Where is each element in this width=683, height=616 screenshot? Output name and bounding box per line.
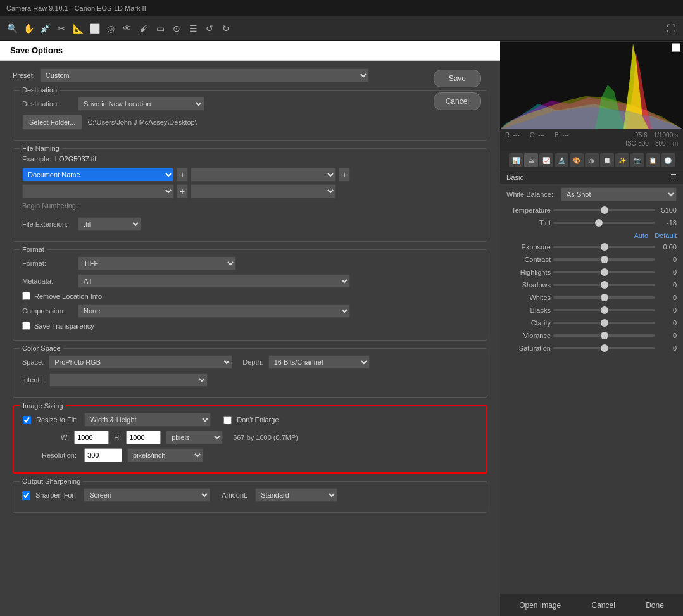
- clarity-slider-row: Clarity 0: [506, 319, 677, 327]
- metadata-select[interactable]: All: [78, 274, 350, 288]
- naming-dropdown-1[interactable]: Document Name: [22, 168, 174, 182]
- clarity-track[interactable]: [553, 322, 655, 324]
- exposure-track[interactable]: [553, 246, 655, 248]
- sharpen-for-select[interactable]: Screen: [84, 488, 210, 502]
- eyedropper-icon[interactable]: 💉: [38, 22, 52, 35]
- cancel-button[interactable]: Cancel: [434, 92, 481, 110]
- save-button[interactable]: Save: [434, 70, 481, 87]
- presets-tab[interactable]: 📋: [646, 153, 660, 167]
- dont-enlarge-checkbox[interactable]: [223, 416, 232, 424]
- right-panel: R: --- G: --- B: --- f/5.6 1/1000 s ISO …: [500, 41, 683, 616]
- right-panel-cancel-button[interactable]: Cancel: [585, 598, 621, 612]
- hand-icon[interactable]: ✋: [22, 22, 35, 35]
- redeye-icon[interactable]: 👁: [120, 22, 134, 35]
- done-button[interactable]: Done: [639, 598, 670, 612]
- naming-dropdown-4[interactable]: [191, 184, 336, 198]
- histogram-clipping-indicator[interactable]: [672, 43, 680, 52]
- temperature-track[interactable]: [553, 209, 655, 211]
- contrast-thumb[interactable]: [601, 256, 608, 263]
- whites-thumb[interactable]: [601, 294, 608, 301]
- metadata-label: Metadata:: [22, 277, 73, 285]
- exposure-thumb[interactable]: [601, 243, 608, 251]
- lens-correction-tab[interactable]: 🔲: [600, 153, 614, 167]
- whites-track[interactable]: [553, 296, 655, 299]
- resize-to-fit-checkbox[interactable]: [23, 416, 31, 424]
- blacks-track[interactable]: [553, 309, 655, 311]
- depth-select[interactable]: 16 Bits/Channel: [268, 355, 370, 369]
- shadows-thumb[interactable]: [601, 281, 608, 289]
- highlights-slider-row: Highlights 0: [506, 268, 677, 276]
- naming-dropdown-3[interactable]: [22, 184, 174, 198]
- plus-btn-1[interactable]: +: [177, 168, 188, 182]
- full-screen-icon[interactable]: ⛶: [664, 22, 678, 35]
- highlights-thumb[interactable]: [601, 268, 608, 276]
- redo-icon[interactable]: ↻: [219, 22, 233, 35]
- destination-select[interactable]: Save in New Location: [78, 97, 204, 111]
- tint-value: -13: [658, 219, 677, 227]
- height-input[interactable]: [126, 431, 161, 444]
- shadows-track[interactable]: [553, 284, 655, 286]
- effects-tab[interactable]: ✨: [615, 153, 629, 167]
- naming-dropdown-2[interactable]: [191, 168, 336, 182]
- plus-btn-2[interactable]: +: [339, 168, 350, 182]
- folder-path: C:\Users\John J McAssey\Desktop\: [87, 118, 196, 126]
- transform-icon[interactable]: ⬜: [87, 22, 101, 35]
- select-folder-button[interactable]: Select Folder...: [22, 115, 82, 130]
- resize-to-fit-select[interactable]: Width & Height: [84, 413, 211, 427]
- open-image-button[interactable]: Open Image: [513, 598, 567, 612]
- contrast-slider-row: Contrast 0: [506, 256, 677, 263]
- sharpen-for-label: Sharpen For:: [35, 491, 76, 499]
- format-select[interactable]: TIFF: [78, 256, 236, 270]
- auto-button[interactable]: Auto: [634, 232, 649, 239]
- begin-numbering-row: Begin Numbering:: [22, 202, 478, 213]
- preset-select[interactable]: Custom: [40, 68, 369, 82]
- compression-select[interactable]: None: [78, 304, 350, 318]
- zoom-icon[interactable]: 🔍: [5, 22, 19, 35]
- panel-menu-icon[interactable]: ☰: [670, 173, 677, 181]
- adjustment-brush-icon[interactable]: 🖌: [137, 22, 151, 35]
- radial-icon[interactable]: ⊙: [170, 22, 184, 35]
- clarity-thumb[interactable]: [601, 319, 608, 327]
- vibrance-thumb[interactable]: [601, 332, 608, 339]
- tint-thumb[interactable]: [595, 219, 603, 227]
- file-ext-select[interactable]: .tif: [78, 217, 141, 231]
- width-input[interactable]: [74, 431, 109, 444]
- highlights-track[interactable]: [553, 271, 655, 273]
- crop-icon[interactable]: ✂: [54, 22, 68, 35]
- default-button[interactable]: Default: [655, 232, 677, 239]
- example-label: Example:: [22, 155, 51, 163]
- blacks-thumb[interactable]: [601, 306, 608, 314]
- gradient-icon[interactable]: ▭: [153, 22, 167, 35]
- metadata-row: Metadata: All: [22, 274, 478, 288]
- straighten-icon[interactable]: 📐: [71, 22, 85, 35]
- sharpen-for-checkbox[interactable]: [22, 491, 30, 500]
- plus-btn-3[interactable]: +: [177, 184, 188, 198]
- split-toning-tab[interactable]: ◑: [585, 153, 599, 167]
- tint-track[interactable]: [553, 222, 655, 224]
- detail-tab[interactable]: 🔬: [555, 153, 568, 167]
- saturation-thumb[interactable]: [601, 344, 608, 352]
- camera-calibration-tab[interactable]: 📷: [630, 153, 644, 167]
- remove-location-checkbox[interactable]: [22, 292, 30, 300]
- contrast-track[interactable]: [553, 258, 655, 261]
- resolution-unit-select[interactable]: pixels/inch: [127, 448, 203, 462]
- undo-icon[interactable]: ↺: [203, 22, 216, 35]
- histogram-tab[interactable]: 📊: [509, 153, 523, 167]
- white-balance-select[interactable]: As Shot: [561, 187, 677, 201]
- saturation-track[interactable]: [553, 347, 655, 349]
- amount-select[interactable]: Standard: [255, 488, 337, 502]
- space-select[interactable]: ProPhoto RGB: [49, 355, 232, 369]
- white-balance-label: White Balance:: [506, 191, 557, 198]
- spot-removal-icon[interactable]: ◎: [104, 22, 118, 35]
- resolution-input[interactable]: [84, 448, 122, 462]
- snapshots-tab[interactable]: 🕐: [661, 153, 675, 167]
- pixels-select[interactable]: pixels: [166, 431, 223, 444]
- hsl-tab[interactable]: 🎨: [570, 153, 584, 167]
- intent-select[interactable]: [49, 373, 208, 387]
- save-transparency-checkbox[interactable]: [22, 322, 30, 330]
- temperature-thumb[interactable]: [601, 206, 608, 214]
- list-icon[interactable]: ☰: [186, 22, 200, 35]
- vibrance-track[interactable]: [553, 334, 655, 337]
- tone-curve-tab[interactable]: 📈: [539, 153, 553, 167]
- basic-tab[interactable]: ⛰: [524, 153, 538, 167]
